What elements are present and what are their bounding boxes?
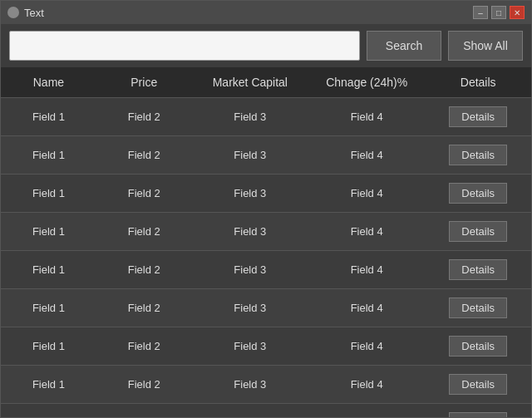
cell-name: Field 1 — [1, 289, 96, 327]
col-price: Price — [96, 67, 192, 98]
cell-name: Field 1 — [1, 327, 96, 366]
cell-price: Field 2 — [96, 251, 192, 289]
cell-change: Field 4 — [308, 136, 425, 175]
cell-market: Field 3 — [192, 404, 308, 418]
search-button[interactable]: Search — [367, 31, 441, 61]
cell-market: Field 3 — [192, 136, 308, 175]
table-row: Field 1Field 2Field 3Field 4Details — [1, 327, 531, 366]
cell-details: Details — [425, 136, 531, 175]
cell-market: Field 3 — [192, 289, 308, 327]
cell-name: Field 1 — [1, 404, 96, 418]
cell-name: Field 1 — [1, 175, 96, 213]
cell-change: Field 4 — [308, 366, 425, 404]
cell-change: Field 4 — [308, 404, 425, 418]
details-button[interactable]: Details — [449, 298, 507, 318]
cell-change: Field 4 — [308, 289, 425, 327]
table-row: Field 1Field 2Field 3Field 4Details — [1, 366, 531, 404]
cell-details: Details — [425, 289, 531, 327]
search-input[interactable] — [9, 31, 360, 61]
table-row: Field 1Field 2Field 3Field 4Details — [1, 289, 531, 327]
close-button[interactable]: ✕ — [510, 6, 525, 19]
cell-price: Field 2 — [96, 175, 192, 213]
cell-price: Field 2 — [96, 366, 192, 404]
cell-details: Details — [425, 251, 531, 289]
table-header: Name Price Market Capital Chnage (24h)% … — [1, 67, 531, 98]
cell-change: Field 4 — [308, 98, 425, 136]
app-icon — [7, 7, 19, 18]
cell-details: Details — [425, 327, 531, 366]
details-button[interactable]: Details — [449, 145, 507, 165]
toolbar: Search Show All — [1, 24, 531, 67]
details-button[interactable]: Details — [449, 106, 507, 127]
table-row: Field 1Field 2Field 3Field 4Details — [1, 404, 531, 418]
cell-price: Field 2 — [96, 327, 192, 366]
cell-change: Field 4 — [308, 251, 425, 289]
details-button[interactable]: Details — [449, 259, 507, 280]
window-title: Text — [24, 7, 44, 19]
cell-name: Field 1 — [1, 251, 96, 289]
maximize-button[interactable]: □ — [491, 6, 506, 19]
col-details: Details — [425, 67, 531, 98]
table-row: Field 1Field 2Field 3Field 4Details — [1, 213, 531, 251]
table-row: Field 1Field 2Field 3Field 4Details — [1, 136, 531, 175]
cell-price: Field 2 — [96, 136, 192, 175]
cell-name: Field 1 — [1, 213, 96, 251]
cell-change: Field 4 — [308, 213, 425, 251]
cell-market: Field 3 — [192, 213, 308, 251]
cell-market: Field 3 — [192, 251, 308, 289]
col-market: Market Capital — [192, 67, 308, 98]
cell-price: Field 2 — [96, 289, 192, 327]
cell-change: Field 4 — [308, 327, 425, 366]
col-name: Name — [1, 67, 96, 98]
cell-market: Field 3 — [192, 98, 308, 136]
cell-market: Field 3 — [192, 175, 308, 213]
cell-details: Details — [425, 175, 531, 213]
cell-change: Field 4 — [308, 175, 425, 213]
cell-details: Details — [425, 366, 531, 404]
details-button[interactable]: Details — [449, 374, 507, 395]
cell-details: Details — [425, 213, 531, 251]
col-change: Chnage (24h)% — [308, 67, 425, 98]
header-row: Name Price Market Capital Chnage (24h)% … — [1, 67, 531, 98]
minimize-button[interactable]: – — [473, 6, 488, 19]
table-row: Field 1Field 2Field 3Field 4Details — [1, 175, 531, 213]
cell-price: Field 2 — [96, 98, 192, 136]
details-button[interactable]: Details — [449, 183, 507, 204]
cell-name: Field 1 — [1, 366, 96, 404]
show-all-button[interactable]: Show All — [448, 31, 523, 61]
cell-details: Details — [425, 98, 531, 136]
cell-price: Field 2 — [96, 404, 192, 418]
details-button[interactable]: Details — [449, 412, 507, 417]
cell-market: Field 3 — [192, 366, 308, 404]
data-table: Name Price Market Capital Chnage (24h)% … — [1, 67, 531, 417]
cell-name: Field 1 — [1, 136, 96, 175]
cell-name: Field 1 — [1, 98, 96, 136]
table-row: Field 1Field 2Field 3Field 4Details — [1, 251, 531, 289]
details-button[interactable]: Details — [449, 221, 507, 242]
table-body: Field 1Field 2Field 3Field 4DetailsField… — [1, 98, 531, 418]
title-bar-left: Text — [7, 7, 44, 19]
cell-price: Field 2 — [96, 213, 192, 251]
title-bar: Text – □ ✕ — [1, 1, 531, 24]
table-container: Name Price Market Capital Chnage (24h)% … — [1, 67, 531, 417]
window-controls: – □ ✕ — [473, 6, 525, 19]
cell-market: Field 3 — [192, 327, 308, 366]
cell-details: Details — [425, 404, 531, 418]
table-row: Field 1Field 2Field 3Field 4Details — [1, 98, 531, 136]
main-window: Text – □ ✕ Search Show All Name Pr — [0, 0, 532, 418]
details-button[interactable]: Details — [449, 336, 507, 357]
